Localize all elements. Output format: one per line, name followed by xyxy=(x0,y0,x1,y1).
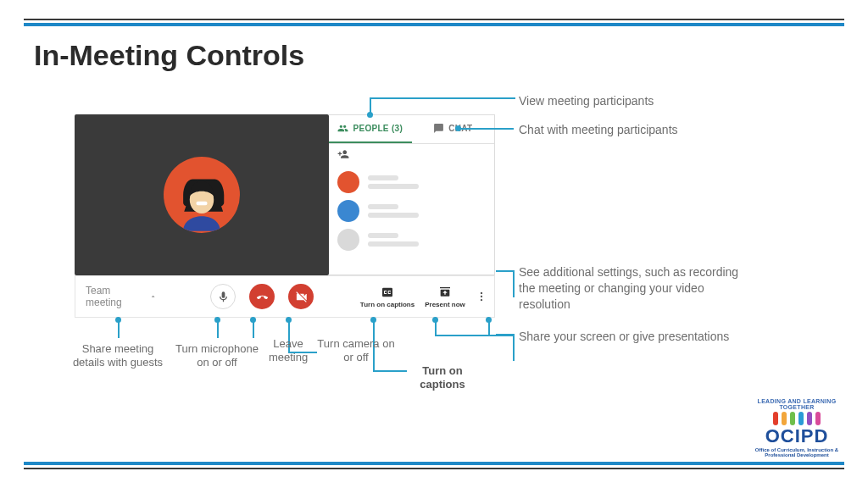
svg-point-3 xyxy=(481,296,482,297)
bottom-bar: Team meeting Turn on captions xyxy=(75,275,495,318)
callout-leave: Leave meeting xyxy=(263,337,314,365)
callout-share-details: Share meeting details with guests xyxy=(66,342,170,370)
leader xyxy=(370,97,515,99)
leader xyxy=(435,335,513,336)
callout-captions: Turn on captions xyxy=(409,364,476,392)
add-person-button[interactable] xyxy=(329,144,494,164)
camera-button[interactable] xyxy=(288,284,314,309)
present-icon xyxy=(438,286,452,299)
video-pane xyxy=(75,114,329,275)
present-label: Present now xyxy=(425,301,465,308)
callout-camera: Turn camera on or off xyxy=(317,337,395,365)
list-item[interactable] xyxy=(337,197,486,225)
camera-off-icon xyxy=(295,291,308,303)
mic-button[interactable] xyxy=(210,284,236,309)
ocipd-logo: LEADING AND LEARNING TOGETHER OCIPD Offi… xyxy=(746,398,848,458)
list-item[interactable] xyxy=(337,225,486,254)
tab-people[interactable]: PEOPLE (3) xyxy=(329,115,412,143)
logo-arc-text: LEADING AND LEARNING TOGETHER xyxy=(746,398,848,410)
meeting-ui: PEOPLE (3) CHAT xyxy=(75,114,495,318)
callout-share-screen: Share your screen or give presentations xyxy=(519,329,756,345)
leader-dot xyxy=(250,317,256,323)
callout-more-settings: See additional settings, such as recordi… xyxy=(519,264,756,313)
cc-icon xyxy=(381,286,394,299)
mic-icon xyxy=(217,291,230,303)
leave-button[interactable] xyxy=(249,284,275,309)
leader xyxy=(458,128,514,130)
hangup-icon xyxy=(256,291,269,303)
tabs: PEOPLE (3) CHAT xyxy=(329,115,494,144)
meeting-name-label: Team meeting xyxy=(86,285,145,308)
tab-people-label: PEOPLE (3) xyxy=(353,124,403,133)
chat-icon xyxy=(433,123,444,134)
bottom-rule xyxy=(24,462,844,469)
leader xyxy=(513,270,515,297)
leader-dot xyxy=(432,317,438,323)
list-item[interactable] xyxy=(337,168,486,197)
more-vert-icon xyxy=(476,291,487,302)
chevron-up-icon xyxy=(149,292,157,301)
leader xyxy=(373,370,407,372)
svg-rect-1 xyxy=(196,202,207,205)
captions-button[interactable]: Turn on captions xyxy=(359,286,416,308)
logo-pins xyxy=(746,412,848,425)
leader-dot xyxy=(486,317,492,323)
leader xyxy=(496,270,515,272)
side-panel: PEOPLE (3) CHAT xyxy=(329,114,495,275)
leader-dot xyxy=(370,317,376,323)
avatar xyxy=(337,229,359,251)
svg-point-4 xyxy=(481,299,482,301)
logo-name: OCIPD xyxy=(746,425,848,447)
leader-dot xyxy=(286,317,292,323)
meeting-name-button[interactable]: Team meeting xyxy=(75,285,165,308)
callout-chat-participants: Chat with meeting participants xyxy=(519,122,756,138)
add-person-icon xyxy=(337,148,349,160)
avatar xyxy=(337,171,359,193)
participant-list xyxy=(329,164,494,254)
page-title: In-Meeting Controls xyxy=(34,39,304,72)
svg-point-2 xyxy=(481,292,482,294)
more-options-button[interactable] xyxy=(474,291,489,302)
callout-view-participants: View meeting participants xyxy=(519,93,756,109)
leader xyxy=(513,334,515,361)
participant-avatar-large xyxy=(164,157,240,233)
captions-label: Turn on captions xyxy=(360,301,415,308)
top-rule xyxy=(24,19,844,26)
avatar xyxy=(337,200,359,222)
leader-dot xyxy=(214,317,220,323)
leader-dot xyxy=(455,125,461,131)
people-icon xyxy=(337,123,348,134)
leader-dot xyxy=(115,317,121,323)
leader-dot xyxy=(367,112,373,118)
logo-subtitle: Office of Curriculum, Instruction & Prof… xyxy=(746,447,848,458)
callout-mic: Turn microphone on or off xyxy=(171,342,263,370)
present-button[interactable]: Present now xyxy=(416,286,474,308)
